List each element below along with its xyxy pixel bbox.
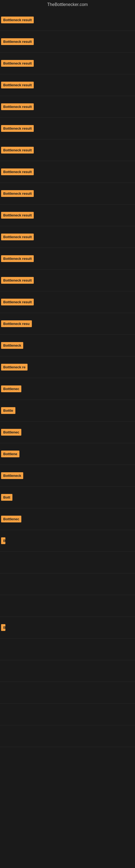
list-item: Bottleneck result xyxy=(0,9,135,31)
list-item: Bottleneck result xyxy=(0,161,135,183)
list-item: Bottleneck result xyxy=(0,74,135,96)
bottleneck-badge[interactable]: Bottleneck result xyxy=(1,38,34,45)
list-item: Bottlenec xyxy=(0,422,135,443)
list-item: Bottleneck result xyxy=(0,183,135,205)
list-item: Bottleneck xyxy=(0,335,135,356)
list-item: Bottleneck resu xyxy=(0,313,135,335)
bottleneck-badge[interactable]: Bottleneck resu xyxy=(1,320,32,327)
bottleneck-badge[interactable]: Bott xyxy=(1,494,12,501)
list-item xyxy=(0,595,135,617)
list-item: Bottleneck re xyxy=(0,356,135,378)
list-item xyxy=(0,552,135,574)
list-item xyxy=(0,574,135,595)
bottleneck-badge[interactable]: Bottleneck result xyxy=(1,234,34,240)
list-item: Bottleneck result xyxy=(0,140,135,161)
bottleneck-badge[interactable]: Bottlenec xyxy=(1,516,21,522)
bottleneck-badge[interactable]: Bottleneck xyxy=(1,342,23,349)
list-item: Bottleneck result xyxy=(0,96,135,118)
list-item: Bottleneck result xyxy=(0,205,135,226)
bottleneck-badge[interactable]: Bottlenec xyxy=(1,385,21,392)
bottleneck-badge[interactable]: B xyxy=(1,624,5,631)
bottleneck-badge[interactable]: Bottleneck result xyxy=(1,168,34,175)
bottleneck-badge[interactable]: Bottlene xyxy=(1,451,19,457)
bottleneck-badge[interactable]: B xyxy=(1,537,5,544)
bottleneck-badge[interactable]: Bottleneck result xyxy=(1,147,34,154)
bottleneck-list: Bottleneck resultBottleneck resultBottle… xyxy=(0,9,135,747)
list-item: Bottleneck result xyxy=(0,31,135,53)
list-item xyxy=(0,704,135,725)
list-item xyxy=(0,660,135,682)
list-item: B xyxy=(0,530,135,552)
list-item xyxy=(0,682,135,704)
list-item: Bottleneck xyxy=(0,465,135,487)
bottleneck-badge[interactable]: Bottleneck result xyxy=(1,299,34,305)
list-item: Bottleneck result xyxy=(0,291,135,313)
list-item: B xyxy=(0,617,135,639)
bottleneck-badge[interactable]: Bottleneck result xyxy=(1,60,34,67)
list-item: Bottle xyxy=(0,400,135,422)
list-item: Bottleneck result xyxy=(0,248,135,270)
list-item: Bott xyxy=(0,487,135,508)
bottleneck-badge[interactable]: Bottleneck result xyxy=(1,125,34,132)
list-item: Bottleneck result xyxy=(0,53,135,74)
site-title: TheBottlenecker.com xyxy=(0,0,135,9)
bottleneck-badge[interactable]: Bottle xyxy=(1,407,15,414)
list-item xyxy=(0,725,135,747)
list-item: Bottleneck result xyxy=(0,270,135,291)
bottleneck-badge[interactable]: Bottleneck result xyxy=(1,255,34,262)
list-item xyxy=(0,639,135,660)
bottleneck-badge[interactable]: Bottleneck result xyxy=(1,17,34,23)
list-item: Bottleneck result xyxy=(0,226,135,248)
list-item: Bottlene xyxy=(0,443,135,465)
bottleneck-badge[interactable]: Bottlenec xyxy=(1,429,21,436)
bottleneck-badge[interactable]: Bottleneck result xyxy=(1,277,34,284)
list-item: Bottleneck result xyxy=(0,118,135,140)
bottleneck-badge[interactable]: Bottleneck result xyxy=(1,212,34,219)
bottleneck-badge[interactable]: Bottleneck xyxy=(1,472,23,479)
list-item: Bottlenec xyxy=(0,378,135,400)
bottleneck-badge[interactable]: Bottleneck result xyxy=(1,82,34,88)
bottleneck-badge[interactable]: Bottleneck re xyxy=(1,364,28,371)
bottleneck-badge[interactable]: Bottleneck result xyxy=(1,190,34,197)
list-item: Bottlenec xyxy=(0,508,135,530)
bottleneck-badge[interactable]: Bottleneck result xyxy=(1,103,34,110)
